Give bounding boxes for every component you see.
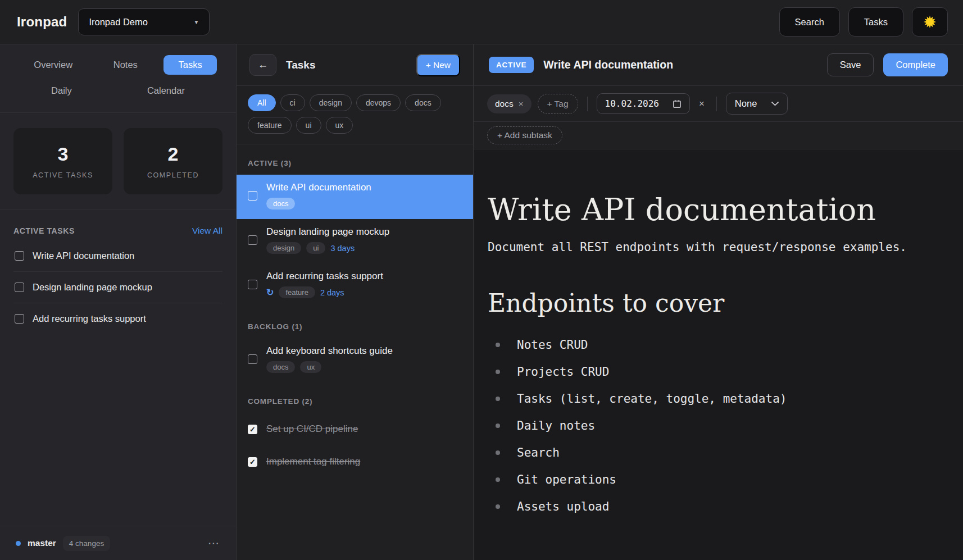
back-button[interactable]: ← — [249, 54, 276, 76]
task-title: Set up CI/CD pipeline — [266, 424, 358, 435]
save-button[interactable]: Save — [827, 53, 874, 76]
theme-toggle-button[interactable] — [912, 7, 948, 37]
task-checkbox[interactable] — [248, 191, 257, 201]
due-date-input[interactable]: 10.02.2026 — [597, 93, 690, 114]
filter-pill-docs[interactable]: docs — [405, 94, 441, 111]
task-checkbox[interactable] — [15, 314, 24, 324]
tag-badge: feature — [279, 286, 315, 298]
app-logo: Ironpad — [17, 14, 67, 30]
task-row-selected[interactable]: Write API documentation docs — [237, 175, 473, 219]
sidebar-tab-tasks[interactable]: Tasks — [163, 55, 216, 75]
filter-pill-ci[interactable]: ci — [280, 94, 305, 111]
topbar-actions: Search Tasks — [779, 7, 948, 37]
doc-subheading: Endpoints to cover — [488, 289, 941, 317]
task-checkbox[interactable] — [15, 251, 24, 261]
project-selector-value: Ironpad Demo — [89, 17, 148, 28]
task-main: Add keyboard shortcuts guide docs ux — [266, 345, 393, 373]
sidebar-tab-calendar[interactable]: Calendar — [133, 81, 199, 101]
task-main: Add recurring tasks support ↻ feature 2 … — [266, 271, 383, 298]
doc-bullet-item: Notes CRUD — [488, 331, 941, 358]
task-meta: ↻ feature 2 days — [266, 286, 383, 298]
complete-button[interactable]: Complete — [883, 53, 948, 76]
bullet-text: Git operations — [517, 473, 616, 486]
task-row[interactable]: Add recurring tasks support ↻ feature 2 … — [237, 263, 473, 308]
bullet-text: Notes CRUD — [517, 338, 588, 352]
tag-filters: All ci design devops docs feature ui ux — [237, 86, 473, 144]
task-detail-panel: ACTIVE Write API documentation Save Comp… — [474, 44, 963, 560]
task-list-panel: ← Tasks + New All ci design devops docs … — [237, 44, 474, 560]
task-list: ACTIVE (3) Write API documentation docs … — [237, 144, 473, 560]
sidebar-task-row[interactable]: Add recurring tasks support — [13, 303, 222, 334]
app-window: Ironpad Ironpad Demo ▼ Search Tasks Over… — [0, 0, 963, 560]
branch-status-dot — [16, 541, 21, 546]
doc-bullet-item: Search — [488, 439, 941, 466]
sun-icon — [923, 15, 937, 29]
caret-down-icon: ▼ — [194, 19, 199, 25]
task-checkbox[interactable] — [248, 235, 257, 245]
stat-label: ACTIVE TASKS — [33, 171, 93, 179]
changes-badge[interactable]: 4 changes — [63, 536, 110, 551]
section-title: ACTIVE TASKS — [13, 226, 75, 235]
bullet-text: Assets upload — [517, 500, 609, 513]
topbar: Ironpad Ironpad Demo ▼ Search Tasks — [0, 0, 963, 44]
group-title-backlog: BACKLOG (1) — [248, 322, 462, 331]
task-checkbox[interactable] — [248, 280, 257, 289]
filter-pill-all[interactable]: All — [248, 94, 276, 111]
task-notes-editor[interactable]: Write API documentation Document all RES… — [474, 149, 963, 560]
remove-tag-icon[interactable]: × — [519, 99, 524, 108]
task-meta: docs ux — [266, 361, 393, 373]
doc-bullet-item: Assets upload — [488, 493, 941, 520]
detail-header: ACTIVE Write API documentation Save Comp… — [474, 44, 963, 86]
task-checkbox-checked[interactable]: ✓ — [248, 425, 257, 434]
filter-pill-ui[interactable]: ui — [296, 117, 321, 134]
sidebar-tab-overview[interactable]: Overview — [19, 55, 87, 75]
add-tag-button[interactable]: + Tag — [538, 94, 578, 114]
stat-card-active-tasks: 3 ACTIVE TASKS — [13, 128, 112, 194]
tag-chip-label: docs — [495, 99, 514, 109]
task-row-completed[interactable]: ✓ Implement tag filtering — [237, 445, 473, 478]
tag-chip-docs[interactable]: docs × — [487, 94, 532, 113]
task-row[interactable]: Design landing page mockup design ui 3 d… — [237, 219, 473, 263]
task-row-completed[interactable]: ✓ Set up CI/CD pipeline — [237, 413, 473, 445]
task-checkbox[interactable] — [15, 283, 24, 292]
tasks-button[interactable]: Tasks — [848, 7, 903, 37]
task-label: Design landing page mockup — [33, 282, 152, 293]
clear-date-button[interactable]: × — [699, 98, 705, 110]
divider — [0, 210, 236, 210]
calendar-icon — [673, 99, 682, 108]
filter-pill-feature[interactable]: feature — [248, 117, 292, 134]
task-title: Add keyboard shortcuts guide — [266, 345, 393, 357]
tag-badge: docs — [266, 198, 295, 210]
sidebar-task-row[interactable]: Design landing page mockup — [13, 272, 222, 303]
doc-intro: Document all REST endpoints with request… — [488, 240, 941, 254]
filter-pill-ux[interactable]: ux — [326, 117, 353, 134]
search-button[interactable]: Search — [779, 7, 840, 37]
priority-select[interactable]: None — [726, 93, 788, 115]
sidebar-tab-notes[interactable]: Notes — [99, 55, 152, 75]
ellipsis-menu-icon[interactable]: ⋯ — [208, 536, 220, 550]
new-task-button[interactable]: + New — [416, 54, 460, 76]
task-checkbox[interactable] — [248, 354, 257, 364]
bullet-text: Daily notes — [517, 419, 595, 432]
task-checkbox-checked[interactable]: ✓ — [248, 457, 257, 467]
project-selector[interactable]: Ironpad Demo ▼ — [78, 8, 210, 35]
task-label: Add recurring tasks support — [33, 313, 146, 324]
stat-label: COMPLETED — [147, 171, 199, 179]
sidebar-tabs-row-2: Daily Calendar — [13, 81, 222, 101]
bullet-icon — [496, 370, 500, 374]
task-title: Design landing page mockup — [266, 226, 389, 238]
filter-pill-devops[interactable]: devops — [356, 94, 401, 111]
filter-pill-design[interactable]: design — [310, 94, 352, 111]
sidebar-task-row[interactable]: Write API documentation — [13, 240, 222, 272]
view-all-link[interactable]: View All — [192, 226, 222, 236]
recurring-icon: ↻ — [266, 287, 274, 298]
task-title: Write API documentation — [266, 182, 371, 193]
task-label: Write API documentation — [33, 251, 134, 261]
bullet-icon — [496, 343, 500, 347]
sidebar-tab-daily[interactable]: Daily — [37, 81, 87, 101]
status-badge: ACTIVE — [489, 57, 534, 73]
bullet-text: Search — [517, 446, 560, 459]
task-row[interactable]: Add keyboard shortcuts guide docs ux — [237, 338, 473, 383]
add-subtask-button[interactable]: + Add subtask — [487, 126, 562, 144]
divider — [716, 97, 717, 111]
